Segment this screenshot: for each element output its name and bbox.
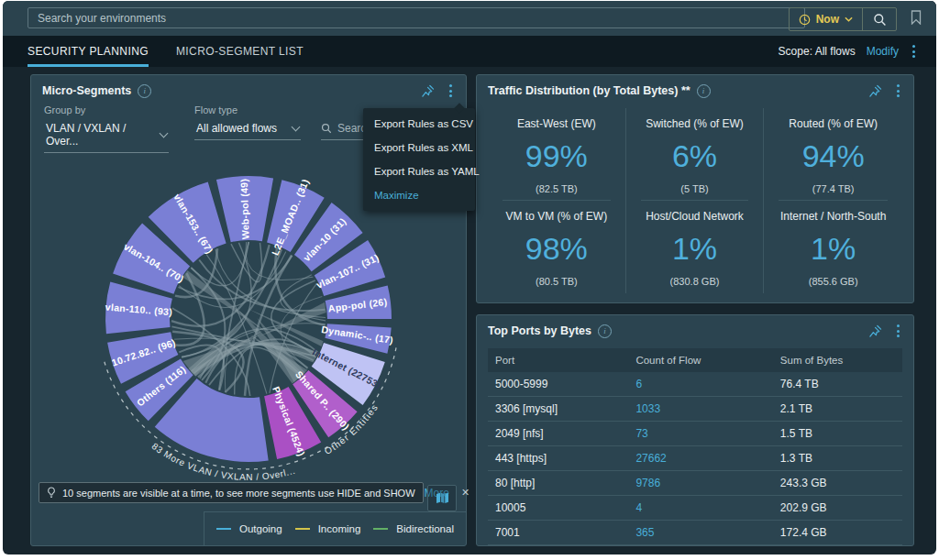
table-row: 80 [http]9786243.3 GB: [488, 471, 902, 496]
top-ports-header: Top Ports by Bytes i: [477, 315, 913, 346]
legend-item-bidirectional: Bidirectional: [373, 523, 454, 534]
bookmark-button[interactable]: [911, 10, 922, 25]
scope-kebab-menu-icon[interactable]: [910, 42, 918, 60]
tab-micro-segment-list[interactable]: MICRO-SEGMENT LIST: [176, 36, 304, 67]
pin-icon[interactable]: [421, 84, 435, 98]
stat-value[interactable]: 1%: [626, 231, 764, 267]
cell-port: 443 [https]: [488, 446, 628, 471]
stat-subvalue: (82.5 TB): [488, 183, 625, 194]
chevron-down-icon: [292, 123, 301, 132]
stat-vm-to-vm-of-ew: VM to VM (% of EW)98%(80.5 TB): [488, 201, 626, 293]
menu-item-export-rules-as-csv[interactable]: Export Rules as CSV: [363, 112, 475, 136]
stat-value[interactable]: 99%: [488, 138, 625, 174]
scope-label: Scope: All flows: [779, 45, 856, 58]
stat-routed-of-ew: Routed (% of EW)94%(77.4 TB): [764, 108, 902, 201]
stat-label: Host/Cloud Network: [626, 210, 764, 223]
chevron-down-icon: [160, 129, 169, 138]
cell-port: 2049 [nfs]: [488, 422, 628, 446]
table-row: 443 [https]276621.3 TB: [488, 446, 902, 471]
top-ports-panel: Top Ports by Bytes i Port Count of Flow …: [476, 314, 914, 546]
cell-flow-count-link[interactable]: 4: [628, 496, 772, 521]
cell-port: 80 [http]: [488, 471, 628, 496]
info-icon[interactable]: i: [697, 84, 711, 98]
panel-kebab-menu-icon[interactable]: [894, 82, 902, 100]
stat-label: Internet / North-South: [764, 210, 902, 223]
cell-flow-count-link[interactable]: 365: [628, 521, 772, 545]
info-icon[interactable]: i: [598, 324, 612, 338]
menu-item-export-rules-as-yaml[interactable]: Export Rules as YAML: [363, 159, 475, 183]
panel-title: Traffic Distribution (by Total Bytes) **: [488, 84, 690, 97]
legend-dash-icon: [216, 528, 231, 530]
traffic-stats-grid: East-West (EW)99%(82.5 TB)Switched (% of…: [488, 108, 902, 293]
flow-type-select[interactable]: All allowed flows: [194, 120, 301, 140]
stat-subvalue: (5 TB): [626, 183, 764, 194]
stat-value[interactable]: 94%: [764, 138, 902, 174]
stat-east-west-ew: East-West (EW)99%(82.5 TB): [488, 108, 626, 201]
panel-kebab-menu-icon[interactable]: [447, 82, 455, 100]
stat-label: VM to VM (% of EW): [488, 210, 625, 223]
menu-item-maximize[interactable]: Maximize: [363, 183, 475, 207]
legend-label: Bidirectional: [396, 523, 454, 534]
search-icon: [321, 123, 332, 134]
minimap-toggle-button[interactable]: [427, 485, 457, 511]
stat-value[interactable]: 98%: [488, 231, 625, 267]
cell-sum-bytes: 1.3 TB: [773, 446, 902, 471]
micro-segments-header: Micro-Segments i: [31, 75, 466, 106]
cell-flow-count-link[interactable]: 27662: [628, 446, 772, 471]
time-control-group: Now: [789, 7, 897, 31]
search-button[interactable]: [863, 8, 896, 30]
pin-icon[interactable]: [868, 324, 882, 338]
table-row: 5000-5999676.4 TB: [488, 372, 902, 397]
menu-item-export-rules-as-xml[interactable]: Export Rules as XML: [363, 136, 475, 159]
flow-type-field: Flow type All allowed flows: [194, 104, 301, 153]
flow-type-label: Flow type: [194, 104, 301, 115]
legend-dash-icon: [373, 528, 388, 530]
stat-subvalue: (80.5 TB): [488, 276, 625, 287]
top-ports-table-body: 5000-5999676.4 TB3306 [mysql]10332.1 TB2…: [488, 372, 902, 545]
traffic-distribution-panel: Traffic Distribution (by Total Bytes) **…: [476, 74, 914, 303]
cell-sum-bytes: 172.4 GB: [773, 521, 902, 545]
panel-title: Top Ports by Bytes: [488, 324, 591, 337]
panel-kebab-menu-icon[interactable]: [894, 322, 902, 340]
flow-legend: OutgoingIncomingBidirectional: [204, 511, 466, 545]
legend-label: Outgoing: [239, 523, 282, 534]
close-icon[interactable]: ✕: [461, 487, 470, 499]
stat-subvalue: (77.4 TB): [764, 183, 902, 194]
legend-item-incoming: Incoming: [295, 523, 361, 534]
cell-sum-bytes: 1.5 TB: [773, 422, 902, 446]
micro-segments-panel: Micro-Segments i Group by VLAN / VXLAN /…: [30, 74, 467, 546]
hint-toast: 10 segments are visible at a time, to se…: [39, 482, 424, 503]
stat-subvalue: (855.6 GB): [764, 276, 902, 287]
legend-label: Incoming: [318, 523, 361, 534]
stat-value[interactable]: 6%: [626, 138, 764, 174]
search-input[interactable]: [28, 7, 805, 28]
app-window: Now SECURITY PLANNING MICRO-SEGMENT LIST: [3, 1, 936, 555]
stat-switched-of-ew: Switched (% of EW)6%(5 TB): [626, 108, 765, 201]
table-row: 7001365172.4 GB: [488, 521, 902, 545]
stat-value[interactable]: 1%: [764, 231, 902, 267]
lightbulb-icon: [47, 487, 56, 499]
column-header-count[interactable]: Count of Flow: [628, 348, 772, 372]
group-by-select[interactable]: VLAN / VXLAN / Over...: [44, 120, 169, 153]
info-icon[interactable]: i: [138, 84, 151, 98]
table-row: 100054202.9 GB: [488, 496, 902, 521]
chart-controls: Group by VLAN / VXLAN / Over... Flow typ…: [44, 104, 301, 153]
search-icon: [873, 13, 887, 27]
cell-flow-count-link[interactable]: 1033: [628, 397, 772, 422]
time-picker-label: Now: [816, 13, 839, 26]
cell-flow-count-link[interactable]: 9786: [628, 471, 772, 496]
time-picker-button[interactable]: Now: [790, 8, 863, 30]
column-header-port[interactable]: Port: [488, 348, 628, 372]
cell-flow-count-link[interactable]: 6: [628, 372, 772, 397]
modify-link[interactable]: Modify: [867, 45, 899, 58]
stat-label: East-West (EW): [488, 117, 625, 130]
group-by-value: VLAN / VXLAN / Over...: [46, 122, 153, 148]
cell-flow-count-link[interactable]: 73: [628, 422, 772, 446]
column-header-bytes[interactable]: Sum of Bytes: [773, 348, 902, 372]
donut-segment-label: Web-pol (49): [238, 179, 251, 240]
stat-label: Switched (% of EW): [626, 117, 764, 130]
flow-type-value: All allowed flows: [196, 122, 277, 135]
tab-security-planning[interactable]: SECURITY PLANNING: [28, 36, 149, 67]
pin-icon[interactable]: [868, 84, 882, 98]
cell-port: 10005: [488, 496, 628, 521]
